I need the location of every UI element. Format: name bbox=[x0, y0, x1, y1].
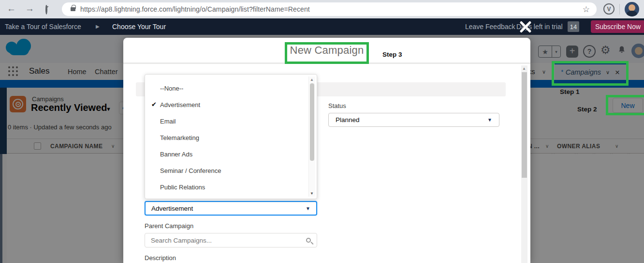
subscribe-now-button[interactable]: Subscribe Now bbox=[591, 20, 644, 33]
scroll-up-icon[interactable]: ▲ bbox=[522, 66, 526, 71]
type-value: Advertisement bbox=[151, 205, 193, 212]
type-dropdown-panel: --None-- ✔Advertisement Email Telemarket… bbox=[145, 74, 317, 199]
dropdown-option-telemarketing[interactable]: Telemarketing bbox=[145, 129, 317, 146]
divider bbox=[619, 4, 620, 15]
step-2-label: Step 2 bbox=[577, 106, 597, 113]
status-value: Planned bbox=[336, 116, 360, 124]
screen: ← → https://ap8.lightning.force.com/ligh… bbox=[0, 0, 644, 263]
play-icon: ▶ bbox=[96, 24, 100, 29]
scroll-down-icon[interactable]: ▼ bbox=[310, 191, 314, 196]
check-icon: ✔ bbox=[151, 101, 157, 108]
leave-feedback-link[interactable]: Leave Feedback bbox=[465, 23, 515, 31]
bookmark-star-icon[interactable]: ☆ bbox=[583, 4, 590, 15]
browser-toolbar: ← → https://ap8.lightning.force.com/ligh… bbox=[0, 0, 644, 18]
url-text: https://ap8.lightning.force.com/lightnin… bbox=[80, 5, 310, 13]
search-icon bbox=[306, 238, 311, 243]
dropdown-option-advertisement[interactable]: ✔Advertisement bbox=[145, 96, 317, 113]
dropdown-option-public-relations[interactable]: Public Relations bbox=[145, 179, 317, 195]
option-label: Email bbox=[160, 118, 176, 125]
option-label: Advertisement bbox=[160, 101, 200, 108]
highlight-box-title bbox=[285, 42, 369, 64]
option-label: Banner Ads bbox=[160, 151, 192, 158]
browser-profile-avatar[interactable] bbox=[625, 2, 639, 16]
dropdown-scrollbar[interactable]: ▲ ▼ bbox=[308, 77, 315, 197]
dropdown-option-none[interactable]: --None-- bbox=[145, 80, 317, 96]
step-1-label: Step 1 bbox=[560, 88, 580, 95]
caret-down-icon: ▼ bbox=[306, 206, 310, 211]
caret-down-icon: ▼ bbox=[487, 117, 492, 123]
scroll-up-icon[interactable]: ▲ bbox=[310, 77, 314, 82]
new-campaign-modal: New Campaign Status Planned ▼ --None-- ✔… bbox=[123, 38, 530, 263]
take-tour-link[interactable]: Take a Tour of Salesforce bbox=[5, 23, 81, 31]
highlight-box-campaigns-tab bbox=[552, 61, 629, 86]
highlight-box-new-button bbox=[606, 95, 644, 115]
dropdown-option-email[interactable]: Email bbox=[145, 113, 317, 129]
description-label: Description bbox=[145, 254, 176, 262]
option-label: --None-- bbox=[160, 85, 183, 92]
option-label: Telemarketing bbox=[160, 134, 199, 141]
lock-icon bbox=[71, 7, 75, 11]
modal-scrollbar[interactable]: ▲ bbox=[521, 65, 527, 263]
reload-icon[interactable] bbox=[45, 4, 47, 15]
search-input[interactable] bbox=[151, 237, 306, 244]
close-x-icon[interactable] bbox=[519, 20, 532, 33]
status-select[interactable]: Planned ▼ bbox=[328, 113, 499, 127]
dropdown-option-banner-ads[interactable]: Banner Ads bbox=[145, 146, 317, 162]
forward-icon[interactable]: → bbox=[25, 4, 34, 13]
days-count-badge: 14 bbox=[568, 21, 579, 32]
address-bar[interactable]: https://ap8.lightning.force.com/lightnin… bbox=[62, 2, 597, 16]
scrollbar-thumb[interactable] bbox=[310, 83, 314, 161]
step-3-label: Step 3 bbox=[382, 51, 402, 58]
option-label: Seminar / Conference bbox=[160, 167, 221, 174]
extension-icon[interactable]: V bbox=[603, 3, 615, 15]
choose-tour-link[interactable]: Choose Your Tour bbox=[112, 23, 166, 31]
parent-campaign-label: Parent Campaign bbox=[145, 222, 193, 230]
status-label: Status bbox=[328, 102, 346, 109]
scrollbar-thumb[interactable] bbox=[522, 72, 527, 178]
type-combobox[interactable]: Advertisement ▼ bbox=[145, 201, 317, 216]
trial-banner: Take a Tour of Salesforce ▶ Choose Your … bbox=[0, 18, 644, 35]
option-label: Public Relations bbox=[160, 184, 205, 191]
dropdown-option-seminar[interactable]: Seminar / Conference bbox=[145, 162, 317, 179]
parent-campaign-search[interactable] bbox=[145, 233, 317, 248]
back-icon[interactable]: ← bbox=[7, 4, 16, 13]
